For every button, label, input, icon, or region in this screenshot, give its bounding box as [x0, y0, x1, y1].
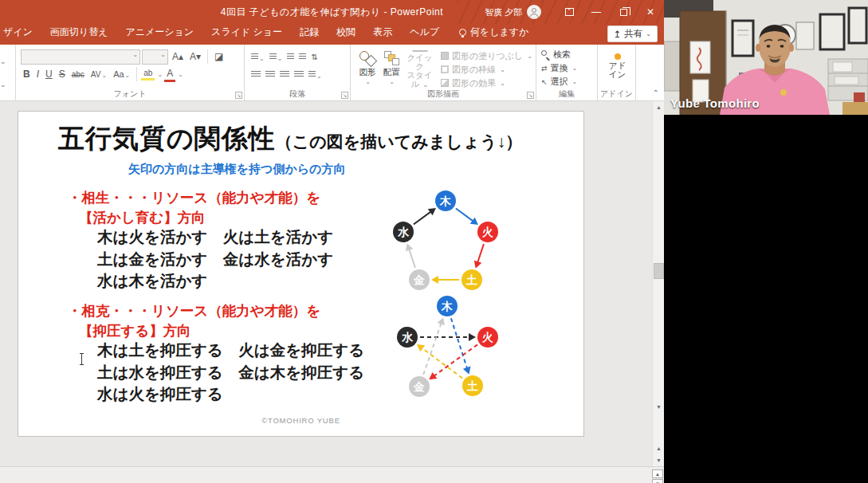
tab-slideshow[interactable]: スライド ショー — [202, 26, 291, 45]
element-node-wood: 木 — [435, 190, 456, 211]
align-center-button[interactable] — [265, 67, 275, 81]
previous-slide-button[interactable]: ▲ — [653, 442, 665, 454]
tell-me-box[interactable]: 何をしますか — [448, 26, 536, 45]
shrink-font-button[interactable]: A▾ — [187, 50, 203, 63]
share-button[interactable]: ↥ 共有 ⌄ — [607, 26, 658, 42]
clear-formatting-button[interactable]: ◪ — [212, 50, 226, 63]
svg-text:金: 金 — [413, 380, 425, 393]
scroll-up-button[interactable]: ▲ — [653, 101, 665, 113]
lightbulb-icon — [459, 29, 466, 36]
avatar[interactable] — [527, 5, 541, 19]
find-button[interactable]: 検索 — [541, 48, 594, 61]
character-spacing-button[interactable]: AV⌄ — [88, 69, 109, 80]
text-cursor — [79, 353, 84, 365]
element-node-wood: 木 — [437, 296, 458, 316]
tab-help[interactable]: ヘルプ — [401, 26, 448, 45]
strikethrough-button[interactable]: abc — [69, 69, 87, 80]
arrange-button[interactable]: 配置 ⌄ — [379, 48, 403, 89]
arrowhead-water-to-fire — [469, 333, 476, 341]
svg-text:木: 木 — [439, 194, 451, 207]
highlight-color-button[interactable]: ab — [141, 68, 155, 80]
restore-button[interactable] — [610, 0, 637, 24]
font-size-combobox[interactable] — [142, 49, 168, 65]
paragraph-dialog-launcher[interactable]: ↘ — [341, 92, 348, 99]
section2-body: 木は土を抑圧する 火は金を抑圧する 土は水を抑圧する 金は木を抑圧する 水は火を… — [97, 340, 364, 406]
section2-heading-line2: 【抑圧する】方向 — [79, 321, 191, 340]
tab-review[interactable]: 校閲 — [328, 26, 364, 45]
chevron-down-icon[interactable]: ⌄ — [0, 57, 6, 65]
drawing-dialog-launcher[interactable]: ↘ — [527, 92, 534, 99]
decrease-indent-button[interactable] — [287, 49, 294, 64]
drawing-group: 図形 ⌄ 配置 ⌄ クイック スタイル ⌄ 図形の塗りつぶし — [351, 45, 536, 100]
shape-effects-button[interactable]: 図形の効果 ⌄ — [441, 77, 532, 89]
element-node-fire: 火 — [477, 222, 498, 242]
collapse-ribbon-button[interactable]: ⌃ — [653, 88, 659, 97]
section2-heading-line1: ・相克・・・リソース（能力や才能）を — [68, 301, 320, 320]
italic-button[interactable]: I — [34, 68, 41, 80]
vertical-scrollbar[interactable]: ▲ ▼ ▲ ▼ — [652, 101, 664, 466]
share-icon: ↥ — [614, 29, 622, 40]
tab-view[interactable]: 表示 — [364, 26, 401, 45]
shadow-strike-button[interactable]: S — [57, 68, 68, 80]
columns-button[interactable]: ⌄ — [308, 67, 322, 81]
minimize-button[interactable]: — — [583, 0, 610, 24]
notes-scroll-down-button[interactable]: ▼ — [652, 479, 663, 483]
quick-styles-button[interactable]: クイック スタイル ⌄ — [403, 48, 436, 89]
account-name[interactable]: 智廣 夕部 — [485, 6, 522, 18]
notes-pane[interactable]: ▲ ▼ — [0, 466, 664, 483]
justify-button[interactable] — [294, 67, 304, 81]
increase-indent-button[interactable] — [299, 49, 306, 64]
align-right-button[interactable] — [280, 67, 289, 81]
font-name-combobox[interactable] — [21, 49, 140, 65]
bullets-button[interactable]: ⌄ — [251, 49, 265, 64]
tab-animations[interactable]: アニメーション — [116, 26, 202, 45]
shape-effects-icon — [441, 79, 449, 87]
ribbon-display-options-button[interactable]: ⌃ — [556, 0, 583, 24]
shape-outline-button[interactable]: 図形の枠線 ⌄ — [441, 63, 532, 76]
overcoming-cycle-diagram: 木火土金水 — [381, 292, 540, 411]
grow-font-button[interactable]: A▴ — [170, 50, 186, 63]
paragraph-group: ⌄ ⌄ ⇅ ⌄ 段落 ↘ — [245, 45, 351, 100]
tab-design-partial[interactable]: ザイン — [0, 26, 41, 45]
chevron-down-icon[interactable]: ⌄ — [0, 80, 6, 88]
drawing-group-label: 図形描画 — [351, 88, 536, 100]
bold-button[interactable]: B — [21, 68, 33, 80]
svg-text:土: 土 — [466, 379, 478, 392]
slide-canvas[interactable]: 五行気質の関係性（この図を描いてみましょう↓） 矢印の方向は主導権を持つ側からの… — [18, 111, 584, 437]
shape-outline-icon — [441, 65, 449, 73]
webcam-video[interactable]: Yube Tomohiro — [664, 0, 868, 115]
numbering-button[interactable]: ⌄ — [269, 49, 283, 64]
tab-record[interactable]: 記録 — [291, 26, 328, 45]
arrowhead-fire-to-metal — [429, 372, 437, 379]
select-button[interactable]: ↖ 選択 ⌄ — [541, 75, 594, 88]
font-dialog-launcher[interactable]: ↘ — [235, 92, 242, 99]
arrow-metal-to-wood — [423, 321, 442, 375]
next-slide-button[interactable]: ▼ — [653, 454, 665, 466]
element-node-earth: 土 — [462, 375, 483, 396]
line-spacing-button[interactable]: ⇅ — [311, 53, 317, 61]
change-case-button[interactable]: Aa⌄ — [111, 69, 132, 80]
scrollbar-thumb[interactable] — [654, 263, 664, 279]
replace-icon: ⇄ — [541, 65, 548, 73]
font-color-button[interactable]: A — [164, 67, 175, 82]
underline-button[interactable]: U — [43, 68, 55, 80]
clipped-group-strip: ⌄ ⌄ — [0, 45, 16, 100]
ribbon: ⌄ ⌄ A▴ A▾ ◪ B I U S abc — [0, 45, 664, 101]
arrange-icon — [383, 50, 400, 66]
notes-scrollbar: ▲ ▼ — [652, 469, 663, 483]
replace-button[interactable]: ⇄ 置換 ⌄ — [541, 61, 594, 75]
tab-transitions[interactable]: 画面切り替え — [41, 26, 117, 45]
arrowhead-wood-to-fire — [470, 218, 478, 225]
align-left-button[interactable] — [251, 67, 261, 81]
scroll-down-button[interactable]: ▼ — [653, 401, 665, 413]
tell-me-label: 何をしますか — [470, 26, 528, 39]
notes-scroll-up-button[interactable]: ▲ — [652, 469, 663, 478]
addins-group-label: アドイン — [598, 88, 635, 100]
addins-button[interactable]: アドイン — [603, 48, 632, 79]
shape-fill-button[interactable]: 図形の塗りつぶし ⌄ — [441, 49, 532, 62]
close-button[interactable]: ✕ — [637, 0, 664, 24]
addins-group: アドイン アドイン — [598, 45, 636, 100]
editing-group: 検索 ⇄ 置換 ⌄ ↖ 選択 ⌄ 編集 — [536, 45, 598, 100]
shapes-button[interactable]: 図形 ⌄ — [355, 48, 379, 89]
paragraph-group-label: 段落 — [245, 88, 350, 100]
